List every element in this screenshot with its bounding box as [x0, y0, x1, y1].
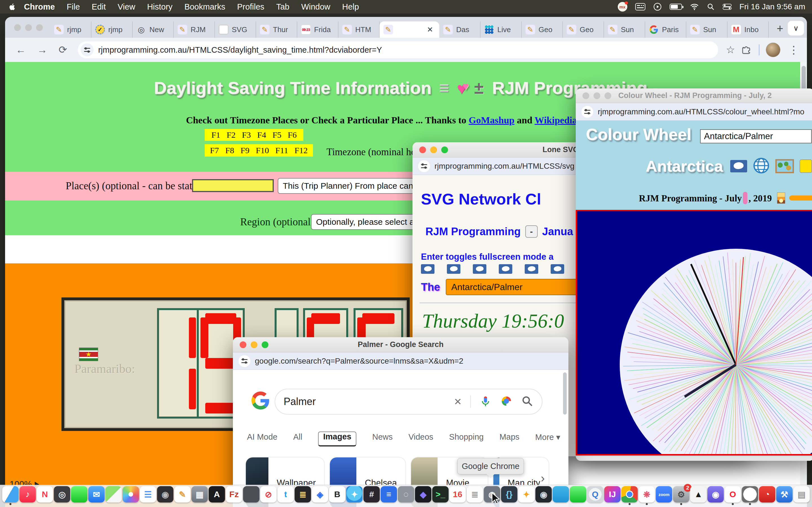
zoom-window-button[interactable]: [262, 341, 268, 348]
minimize-window-button[interactable]: [251, 341, 257, 348]
dock-icon-dbeaver[interactable]: [742, 486, 758, 503]
dock-icon-inkscape[interactable]: ▲: [690, 486, 707, 503]
gomashup-link[interactable]: GoMashup: [469, 115, 515, 125]
dock-icon-music[interactable]: ♪: [19, 486, 36, 503]
dock-icon-preview[interactable]: ◌: [398, 486, 414, 503]
google-scrollbar-thumb[interactable]: [563, 372, 567, 414]
dock-icon-panda-app[interactable]: ◉: [707, 486, 724, 503]
minimize-window-button[interactable]: [594, 93, 600, 99]
google-tab-shopping[interactable]: Shopping: [449, 432, 484, 446]
menu-bookmarks[interactable]: Bookmarks: [179, 2, 231, 11]
menu-tab[interactable]: Tab: [270, 2, 296, 11]
dock-icon-opera[interactable]: O: [725, 486, 741, 503]
dock-icon-quicktime[interactable]: Q: [587, 486, 603, 503]
dock-icon-twitter[interactable]: t: [277, 486, 294, 503]
dock-icon-finder[interactable]: [2, 486, 18, 503]
menu-edit[interactable]: Edit: [86, 2, 112, 11]
chrome-menu-icon[interactable]: ⋮: [786, 44, 801, 56]
dock-icon-textedit[interactable]: ≣: [467, 486, 483, 503]
dock-icon-docs[interactable]: ≡: [380, 486, 397, 503]
search-input[interactable]: Palmer ✕: [274, 389, 543, 414]
dock-icon-obs[interactable]: ◉: [536, 486, 552, 503]
fkey-row-1[interactable]: F1 F2 F3 F4 F5 F6: [205, 129, 303, 141]
orange-slider-bar[interactable]: [789, 195, 812, 201]
dock-icon-bear[interactable]: B: [329, 486, 345, 503]
dock-icon-slack-dark[interactable]: #: [363, 486, 380, 503]
close-window-button[interactable]: [582, 93, 589, 99]
dock-icon-do-not-enter[interactable]: ⊘: [260, 486, 276, 503]
antarctica-flag-icon[interactable]: [421, 264, 435, 274]
browser-tab-svg[interactable]: SVG: [215, 21, 256, 38]
dock-icon-terminal[interactable]: >_: [432, 486, 449, 503]
browser-tab-new[interactable]: ◎New: [133, 21, 174, 38]
browser-tab-htm[interactable]: ✎HTM: [338, 21, 379, 38]
browser-tab-rjm[interactable]: ✎RJM: [174, 21, 215, 38]
chips-more-arrow[interactable]: ›: [541, 471, 545, 485]
site-settings-icon[interactable]: [239, 355, 250, 367]
dock-icon-photos[interactable]: [123, 486, 139, 503]
dock-icon-settings[interactable]: ⚙2: [673, 486, 689, 503]
zoom-window-button[interactable]: [605, 93, 611, 99]
minimize-window-button[interactable]: [25, 24, 32, 31]
keyboard-status-icon[interactable]: [635, 3, 645, 10]
browser-tab-inbo[interactable]: MInbo: [727, 21, 769, 38]
antarctica-flag-icon[interactable]: [525, 264, 538, 274]
dock-icon-reminders[interactable]: ☰: [140, 486, 156, 503]
antarctica-flag-icon[interactable]: [499, 264, 512, 274]
browser-tab-live[interactable]: Live: [480, 21, 522, 38]
dock-icon-notes-dark[interactable]: ≣: [295, 486, 311, 503]
browser-tab-active[interactable]: ✎✕: [379, 21, 439, 38]
bookmark-star-icon[interactable]: ☆: [726, 44, 735, 56]
url-text[interactable]: google.com/search?q=Palmer&source=lnms&s…: [255, 356, 463, 365]
menu-history[interactable]: History: [141, 2, 179, 11]
minimize-window-button[interactable]: [430, 147, 437, 153]
site-settings-icon[interactable]: [418, 160, 430, 172]
browser-tab-das[interactable]: ✎Das: [439, 21, 480, 38]
fkey-row-2[interactable]: F7 F8 F9 F10 F11 F12: [205, 144, 313, 157]
dock-icon-transmit[interactable]: [243, 486, 259, 503]
voice-search-icon[interactable]: [479, 395, 492, 408]
browser-tab-geo[interactable]: ✎Geo: [522, 21, 563, 38]
search-query-text[interactable]: Palmer: [284, 396, 454, 407]
browser-tab-paris[interactable]: Paris: [645, 21, 686, 38]
dock-icon-news[interactable]: N: [37, 486, 53, 503]
globe-icon[interactable]: [753, 157, 770, 175]
close-window-button[interactable]: [240, 341, 246, 348]
dock-icon-dropbox[interactable]: ◈: [312, 486, 328, 503]
close-icon[interactable]: ✕: [424, 25, 435, 34]
wifi-icon[interactable]: [690, 3, 699, 10]
url-text[interactable]: rjmprogramming.com.au/HTMLCSS/svg: [435, 162, 574, 171]
dock-icon-mail[interactable]: ✉: [88, 486, 105, 503]
dock-icon-calendar[interactable]: 16: [449, 486, 466, 503]
dock-icon-facetime[interactable]: [570, 486, 586, 503]
browser-tab-sun[interactable]: ✎Sun: [686, 21, 727, 38]
sunset-thumbnail-icon[interactable]: [777, 192, 785, 204]
close-window-button[interactable]: [14, 24, 21, 31]
mx-status-icon[interactable]: mx: [618, 2, 627, 11]
antarctica-flag-icon[interactable]: [473, 264, 486, 274]
tab-search-button[interactable]: ∨: [788, 21, 804, 36]
dock-icon-launchpad[interactable]: ▦: [192, 486, 208, 503]
forward-icon[interactable]: →: [33, 44, 52, 56]
cw-window-titlebar[interactable]: Colour Wheel - RJM Programming - July, 2: [576, 89, 812, 103]
timezone-input[interactable]: Antarctica/Palmer: [700, 129, 812, 144]
colour-wheel-clock-panel[interactable]: [576, 210, 812, 455]
places-input[interactable]: [192, 179, 274, 192]
browser-tab-rjmp[interactable]: ✓rjmp: [91, 21, 133, 38]
site-settings-icon[interactable]: [81, 43, 94, 56]
window-controls[interactable]: [14, 24, 43, 31]
minus-button[interactable]: -: [525, 225, 538, 238]
search-submit-icon[interactable]: [521, 395, 534, 408]
address-bar[interactable]: rjmprogramming.com.au/HTMLCSS/daylight_s…: [78, 41, 718, 58]
site-settings-icon[interactable]: [581, 106, 593, 118]
dock-icon-obsidian[interactable]: ◆: [415, 486, 432, 503]
dock-icon-telegram[interactable]: [553, 486, 569, 503]
info-icon[interactable]: [800, 159, 812, 173]
zoom-window-button[interactable]: [36, 24, 43, 31]
antarctica-flag-icon[interactable]: [447, 264, 460, 274]
dock-icon-sketch[interactable]: ✦: [518, 486, 535, 503]
menu-bar-clock[interactable]: Fri 16 Jan 9:56 am: [740, 2, 805, 11]
dock-icon-maps[interactable]: [105, 486, 122, 503]
cw-window-urlbar[interactable]: rjmprogramming.com.au/HTMLCSS/colour_whe…: [576, 103, 812, 121]
google-lens-icon[interactable]: [500, 395, 513, 408]
